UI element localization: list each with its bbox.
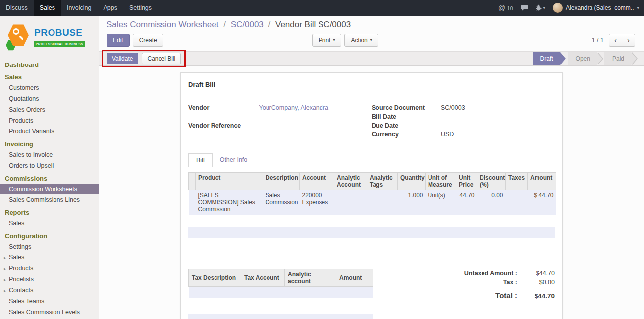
sidebar-section-sales[interactable]: Sales — [0, 70, 99, 82]
column-header-unit-of-measure: Unit of Measure — [426, 173, 456, 190]
line-analytic-account-cell — [334, 190, 367, 215]
sidebar-section-configuration[interactable]: Configuration — [0, 229, 99, 241]
status-step-open[interactable]: Open — [568, 52, 597, 65]
sidebar-item-sales-teams[interactable]: Sales Teams — [0, 296, 99, 307]
status-step-draft[interactable]: Draft — [533, 52, 560, 65]
breadcrumb-record-link[interactable]: SC/0003 — [231, 20, 264, 29]
sidebar-item-dashboard[interactable]: Dashboard — [0, 58, 99, 70]
print-dropdown[interactable]: Print ▾ — [312, 34, 342, 47]
sidebar-item-commission-worksheets[interactable]: Commission Worksheets — [0, 184, 99, 194]
sheet-area: Draft Bill Vendor YourCompany, Alexandra… — [99, 66, 644, 319]
sidebar-item-config-sales[interactable]: ▸ Sales — [0, 252, 99, 263]
logo-title: PROBUSE — [34, 27, 82, 38]
debug-menu-button[interactable]: ▾ — [536, 4, 546, 11]
line-description-cell: Sales Commission — [263, 190, 300, 215]
status-step-paid[interactable]: Paid — [604, 52, 631, 65]
sidebar-item-products[interactable]: Products — [0, 115, 99, 126]
menu-invoicing[interactable]: Invoicing — [61, 0, 97, 16]
vendor-label: Vendor — [188, 103, 254, 121]
tab-other-info[interactable]: Other Info — [213, 153, 255, 167]
sidebar-item-sales-orders[interactable]: Sales Orders — [0, 104, 99, 115]
cancel-bill-button[interactable]: Cancel Bill — [142, 53, 181, 64]
app-menu: Discuss Sales Invoicing Apps Settings — [0, 0, 158, 16]
due-date-label: Due Date — [372, 121, 441, 130]
column-header-taxes: Taxes — [506, 173, 528, 190]
sidebar-item-reports-sales[interactable]: Sales — [0, 218, 99, 229]
untaxed-amount-row: Untaxed Amount : $44.70 — [458, 269, 555, 278]
caret-down-icon: ▾ — [370, 38, 372, 42]
sidebar-item-quotations[interactable]: Quotations — [0, 93, 99, 104]
field-groups: Vendor YourCompany, Alexandra Vendor Ref… — [188, 103, 555, 139]
tab-bill[interactable]: Bill — [188, 153, 213, 167]
topbar-systray: @ 10 ▾ Alexandra (Sales_comm.. ▾ — [498, 0, 644, 16]
breadcrumb-separator: / — [268, 20, 271, 29]
breadcrumb: Sales Commission Worksheet / SC/0003 / V… — [107, 19, 644, 31]
pager-previous-button[interactable]: ‹ — [609, 34, 622, 47]
untaxed-amount-value: $44.70 — [517, 270, 555, 277]
column-header-tax-amount: Amount — [336, 269, 373, 287]
sidebar-item-product-variants[interactable]: Product Variants — [0, 126, 99, 137]
field-group-left: Vendor YourCompany, Alexandra Vendor Ref… — [188, 103, 372, 139]
invoice-line-row[interactable]: [SALES COMMISSION] Sales Commission Sale… — [189, 190, 556, 215]
row-handle — [189, 190, 196, 215]
tax-lines-table: Tax Description Tax Account Analytic acc… — [188, 269, 373, 298]
sidebar-section-reports[interactable]: Reports — [0, 205, 99, 218]
sidebar-item-pricelists[interactable]: ▸ Pricelists — [0, 274, 99, 285]
due-date-value — [441, 121, 555, 130]
sidebar-section-invoicing[interactable]: Invoicing — [0, 137, 99, 149]
edit-button[interactable]: Edit — [107, 34, 130, 47]
column-header-analytic-account: Analytic Account — [334, 173, 367, 190]
user-menu[interactable]: Alexandra (Sales_comm.. ▾ — [553, 3, 639, 13]
tax-empty-row — [189, 287, 373, 298]
sidebar-item-sales-commission-levels[interactable]: Sales Commission Levels — [0, 307, 99, 318]
validate-button[interactable]: Validate — [107, 53, 138, 64]
sidebar-item-config-products[interactable]: ▸ Products — [0, 263, 99, 274]
field-group-right: Source Document SC/0003 Bill Date Due Da… — [372, 103, 555, 139]
menu-apps[interactable]: Apps — [97, 0, 123, 16]
column-header-quantity: Quantity — [398, 173, 426, 190]
breadcrumb-worksheet-link[interactable]: Sales Commission Worksheet — [107, 20, 218, 29]
action-dropdown[interactable]: Action ▾ — [344, 34, 378, 47]
messages-button[interactable] — [521, 5, 528, 11]
create-button[interactable]: Create — [133, 34, 163, 47]
breadcrumb-current: Vendor Bill SC/0003 — [275, 20, 351, 29]
line-account-cell: 220000 Expenses — [300, 190, 334, 215]
sidebar-nav: Dashboard Sales Customers Quotations Sal… — [0, 56, 99, 318]
probuse-logo[interactable]: PROBUSE PROFESSIONAL BUSINESS — [0, 16, 99, 56]
caret-right-icon: ▸ — [4, 255, 6, 260]
caret-down-icon: ▾ — [637, 5, 639, 10]
sidebar-item-sales-commissions-lines[interactable]: Sales Commissions Lines — [0, 194, 99, 205]
control-panel-buttons: Edit Create Print ▾ Action ▾ 1 / 1 ‹ — [107, 33, 644, 47]
column-header-tax-account: Tax Account — [241, 269, 285, 287]
sidebar-item-contacts[interactable]: ▸ Contacts — [0, 285, 99, 296]
sidebar: PROBUSE PROFESSIONAL BUSINESS Dashboard … — [0, 16, 99, 319]
total-value: $44.70 — [517, 292, 555, 300]
line-product-cell: [SALES COMMISSION] Sales Commission — [196, 190, 263, 215]
bill-state-title: Draft Bill — [188, 81, 555, 88]
column-header-discount: Discount (%) — [477, 173, 506, 190]
vendor-value-link[interactable]: YourCompany, Alexandra — [259, 104, 328, 111]
column-header-description: Description — [263, 173, 300, 190]
app-body: PROBUSE PROFESSIONAL BUSINESS Dashboard … — [0, 16, 644, 319]
handle-column-header — [189, 173, 196, 190]
sidebar-item-customers[interactable]: Customers — [0, 82, 99, 93]
source-document-label: Source Document — [372, 103, 441, 112]
caret-right-icon: ▸ — [4, 277, 6, 282]
activity-count: 10 — [507, 5, 513, 11]
logo-subtitle: PROFESSIONAL BUSINESS — [34, 41, 85, 47]
pager-next-button[interactable]: › — [622, 34, 635, 47]
sidebar-item-orders-to-upsell[interactable]: Orders to Upsell — [0, 160, 99, 171]
sidebar-item-settings[interactable]: Settings — [0, 241, 99, 252]
column-header-analytic-tags: Analytic Tags — [367, 173, 398, 190]
sidebar-item-sales-to-invoice[interactable]: Sales to Invoice — [0, 149, 99, 160]
menu-settings[interactable]: Settings — [123, 0, 158, 16]
sidebar-section-commissions[interactable]: Commissions — [0, 171, 99, 184]
activities-button[interactable]: @ 10 — [498, 4, 513, 12]
line-unit-price-cell: 44.70 — [456, 190, 477, 215]
statusbar: Validate Cancel Bill Draft Open Paid — [99, 51, 644, 66]
menu-sales[interactable]: Sales — [34, 0, 61, 16]
status-steps: Draft Open Paid — [525, 52, 644, 65]
source-document-value: SC/0003 — [441, 103, 555, 112]
menu-discuss[interactable]: Discuss — [0, 0, 34, 16]
action-dropdowns: Print ▾ Action ▾ — [312, 34, 378, 47]
